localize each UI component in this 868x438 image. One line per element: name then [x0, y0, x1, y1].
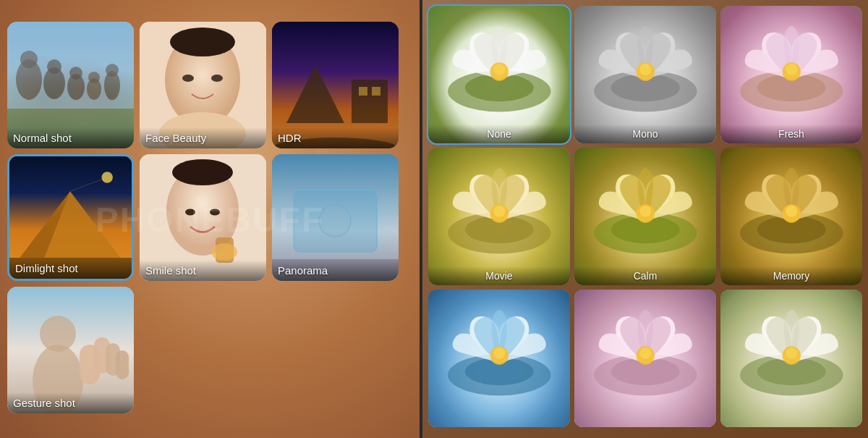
svg-point-83 [786, 348, 797, 359]
filter-bg-calm: Calm [574, 148, 716, 285]
shot-label-dimlight-shot: Dimlight shot [9, 258, 132, 279]
shot-item-smile-shot[interactable]: Smile shot [140, 154, 266, 281]
shot-item-hdr[interactable]: HDR [272, 22, 399, 148]
svg-point-15 [182, 75, 194, 82]
filter-item-movie[interactable]: Movie [428, 148, 570, 285]
filter-item-memory[interactable]: Memory [720, 148, 862, 285]
shot-label-hdr: HDR [272, 127, 399, 148]
filter-bg-row3b [574, 290, 716, 427]
svg-rect-47 [116, 350, 129, 379]
svg-point-36 [211, 243, 237, 261]
filter-item-fresh[interactable]: Fresh [720, 6, 862, 143]
shot-label-panorama: Panorama [272, 260, 399, 281]
shot-item-normal-shot[interactable]: Normal shot [7, 22, 134, 148]
right-panel: None Mono Fresh [422, 0, 868, 438]
shot-label-smile-shot: Smile shot [140, 260, 266, 281]
svg-point-75 [493, 348, 505, 359]
filter-bg-fresh: Fresh [720, 6, 862, 143]
svg-point-9 [88, 72, 100, 83]
svg-point-11 [106, 64, 119, 77]
filter-item-row3b[interactable] [574, 290, 716, 427]
svg-point-79 [639, 348, 651, 359]
svg-point-59 [786, 64, 797, 75]
shot-label-normal-shot: Normal shot [7, 127, 134, 148]
svg-point-39 [319, 205, 351, 237]
svg-point-71 [786, 206, 797, 217]
filter-bg-movie: Movie [428, 148, 570, 285]
svg-point-16 [211, 75, 223, 82]
filter-label-memory: Memory [720, 266, 862, 285]
svg-point-7 [69, 67, 82, 80]
filter-item-row3a[interactable] [428, 290, 570, 427]
svg-point-63 [493, 206, 505, 217]
svg-rect-22 [372, 87, 380, 96]
svg-point-55 [639, 64, 651, 75]
svg-point-67 [639, 206, 651, 217]
svg-point-3 [20, 51, 38, 68]
filter-item-mono[interactable]: Mono [574, 6, 716, 143]
left-panel: Normal shot Face Beauty [0, 0, 420, 438]
shot-item-face-beauty[interactable]: Face Beauty [140, 22, 266, 148]
svg-point-33 [185, 209, 195, 216]
filter-item-row3c[interactable] [720, 290, 862, 427]
filter-label-fresh: Fresh [720, 125, 862, 143]
svg-point-32 [172, 159, 233, 185]
filter-bg-mono: Mono [574, 6, 716, 143]
svg-point-14 [170, 28, 235, 56]
filter-item-none[interactable]: None [428, 6, 570, 143]
svg-point-51 [493, 64, 505, 75]
shot-grid: Normal shot Face Beauty [7, 22, 399, 413]
shot-item-panorama[interactable]: Panorama [272, 154, 399, 281]
svg-rect-21 [359, 87, 367, 96]
shot-label-face-beauty: Face Beauty [140, 127, 266, 148]
filter-bg-row3c [720, 290, 862, 427]
shot-label-gesture-shot: Gesture shot [7, 392, 134, 413]
filter-label-mono: Mono [574, 125, 716, 143]
svg-point-28 [101, 172, 112, 182]
svg-point-43 [40, 316, 76, 352]
svg-point-34 [210, 209, 220, 216]
filter-bg-memory: Memory [720, 148, 862, 285]
filter-label-none: None [428, 125, 570, 143]
filter-label-calm: Calm [574, 266, 716, 285]
svg-point-5 [47, 59, 61, 74]
filter-grid: None Mono Fresh [428, 6, 862, 427]
svg-rect-20 [352, 80, 388, 123]
filter-label-movie: Movie [428, 266, 570, 285]
shot-item-dimlight-shot[interactable]: Dimlight shot [7, 154, 134, 281]
filter-bg-row3a [428, 290, 570, 427]
filter-bg-none: None [428, 6, 570, 143]
filter-item-calm[interactable]: Calm [574, 148, 716, 285]
shot-item-gesture-shot[interactable]: Gesture shot [7, 287, 134, 413]
